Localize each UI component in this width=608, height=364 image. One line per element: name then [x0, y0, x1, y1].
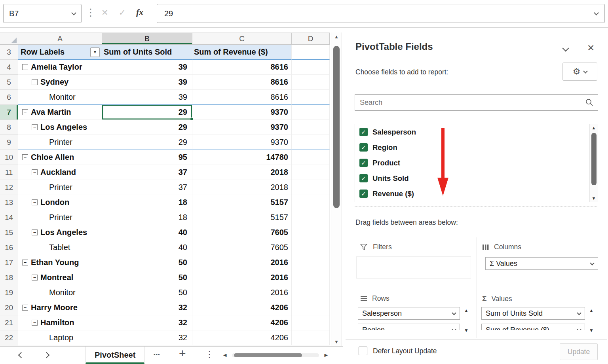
cell-A4[interactable]: −Amelia Taylor	[18, 60, 102, 75]
cell-D5[interactable]	[292, 75, 330, 90]
row-header-16[interactable]: 16	[0, 240, 18, 255]
cell-B4[interactable]: 39	[102, 60, 192, 75]
scroll-right-icon[interactable]: ▶	[325, 353, 328, 358]
cell-D16[interactable]	[292, 240, 330, 255]
cell-B13[interactable]: 18	[102, 195, 192, 210]
cell-D14[interactable]	[292, 210, 330, 225]
vertical-scrollbar[interactable]: ▲ ▼	[331, 32, 342, 346]
cell-B18[interactable]: 50	[102, 270, 192, 285]
collapse-icon[interactable]: −	[32, 79, 38, 85]
cell-D6[interactable]	[292, 90, 330, 105]
formula-input[interactable]: 29	[157, 4, 605, 23]
row-header-21[interactable]: 21	[0, 315, 18, 330]
cell-D13[interactable]	[292, 195, 330, 210]
collapse-icon[interactable]: −	[22, 260, 28, 265]
cell-C3[interactable]: Sum of Revenue ($)	[192, 45, 292, 60]
cell-C11[interactable]: 2018	[192, 165, 292, 180]
chevron-down-icon[interactable]	[577, 327, 581, 330]
field-checkbox-checked[interactable]: ✓	[359, 159, 368, 167]
horizontal-scrollbar-thumb[interactable]	[234, 353, 302, 357]
sheet-tab-pivotsheet[interactable]: PivotSheet	[86, 347, 144, 364]
row-header-14[interactable]: 14	[0, 210, 18, 225]
cell-A11[interactable]: −Auckland	[18, 165, 102, 180]
confirm-entry-icon[interactable]: ✓	[119, 8, 126, 17]
vertical-scrollbar-thumb[interactable]	[333, 46, 340, 208]
row-header-8[interactable]: 8	[0, 120, 18, 135]
name-box[interactable]: B7	[3, 4, 82, 23]
cell-C19[interactable]: 2016	[192, 285, 292, 300]
update-button[interactable]: Update	[560, 343, 598, 360]
row-header-20[interactable]: 20	[0, 300, 18, 315]
cell-D21[interactable]	[292, 315, 330, 330]
cell-B6[interactable]: 39	[102, 90, 192, 105]
collapse-icon[interactable]: −	[32, 169, 38, 175]
cell-C10[interactable]: 14780	[192, 150, 292, 165]
cell-A6[interactable]: Monitor	[18, 90, 102, 105]
cell-A9[interactable]: Printer	[18, 135, 102, 150]
filters-area-dropzone[interactable]	[356, 256, 471, 279]
row-header-6[interactable]: 6	[0, 90, 18, 105]
row-header-17[interactable]: 17	[0, 255, 18, 270]
chevron-down-icon[interactable]	[577, 311, 581, 315]
chevron-down-icon[interactable]	[590, 261, 594, 265]
row-header-3[interactable]: 3	[0, 45, 18, 60]
new-sheet-button[interactable]: +	[179, 347, 186, 360]
cell-A18[interactable]: −Montreal	[18, 270, 102, 285]
cell-D11[interactable]	[292, 165, 330, 180]
values-scroll-up-icon[interactable]: ▲	[589, 308, 594, 313]
more-options-icon[interactable]: ⋮	[86, 6, 96, 19]
values-scroll-down-icon[interactable]: ▼	[589, 328, 594, 333]
pane-close-icon[interactable]: ✕	[587, 43, 595, 53]
search-input[interactable]	[355, 99, 585, 107]
field-item-region[interactable]: ✓Region	[355, 140, 598, 155]
collapse-icon[interactable]: −	[32, 275, 38, 281]
cell-D18[interactable]	[292, 270, 330, 285]
rows-scroll-up-icon[interactable]: ▲	[464, 308, 469, 313]
cell-C13[interactable]: 5157	[192, 195, 292, 210]
row-header-13[interactable]: 13	[0, 195, 18, 210]
cell-A5[interactable]: −Sydney	[18, 75, 102, 90]
cell-A20[interactable]: −Harry Moore	[18, 300, 102, 315]
row-header-22[interactable]: 22	[0, 330, 18, 345]
cell-B8[interactable]: 29	[102, 120, 192, 135]
collapse-icon[interactable]: −	[22, 305, 28, 311]
cell-C6[interactable]: 8616	[192, 90, 292, 105]
cell-A21[interactable]: −Hamilton	[18, 315, 102, 330]
cell-A14[interactable]: Printer	[18, 210, 102, 225]
fill-handle[interactable]	[190, 118, 193, 121]
all-sheets-icon[interactable]: •••	[154, 352, 160, 358]
cell-D17[interactable]	[292, 255, 330, 270]
area-item-sum-of-units-sold[interactable]: Sum of Units Sold	[481, 307, 585, 320]
cell-D8[interactable]	[292, 120, 330, 135]
cell-D19[interactable]	[292, 285, 330, 300]
cell-D9[interactable]	[292, 135, 330, 150]
cell-C7[interactable]: 9370	[192, 105, 292, 120]
cell-B21[interactable]: 32	[102, 315, 192, 330]
cell-D22[interactable]	[292, 330, 330, 345]
column-header-a[interactable]: A	[18, 33, 102, 44]
cell-A3[interactable]: Row Labels ▼	[18, 45, 102, 60]
cell-B20[interactable]: 32	[102, 300, 192, 315]
cell-A10[interactable]: −Chloe Allen	[18, 150, 102, 165]
row-header-9[interactable]: 9	[0, 135, 18, 150]
collapse-icon[interactable]: −	[22, 154, 28, 160]
area-item-sum-of-revenue[interactable]: Sum of Revenue ($)	[481, 324, 585, 330]
cell-A19[interactable]: Monitor	[18, 285, 102, 300]
column-header-d[interactable]: D	[292, 33, 330, 44]
cell-A22[interactable]: Laptop	[18, 330, 102, 345]
prev-sheet-icon[interactable]	[18, 352, 25, 358]
cell-B3[interactable]: Sum of Units Sold	[102, 45, 192, 60]
cell-B12[interactable]: 37	[102, 180, 192, 195]
cell-D12[interactable]	[292, 180, 330, 195]
field-item-revenue[interactable]: ✓Revenue ($)	[355, 186, 598, 201]
insert-function-icon[interactable]: fx	[136, 7, 143, 17]
row-header-19[interactable]: 19	[0, 285, 18, 300]
cell-D10[interactable]	[292, 150, 330, 165]
field-checkbox-checked[interactable]: ✓	[359, 128, 368, 136]
horizontal-scrollbar-track[interactable]	[232, 353, 319, 357]
cell-B15[interactable]: 40	[102, 225, 192, 240]
chevron-down-icon[interactable]	[452, 311, 456, 315]
sheet-more-icon[interactable]: ⋮	[205, 349, 214, 360]
cell-C22[interactable]: 4206	[192, 330, 292, 345]
cell-D15[interactable]	[292, 225, 330, 240]
